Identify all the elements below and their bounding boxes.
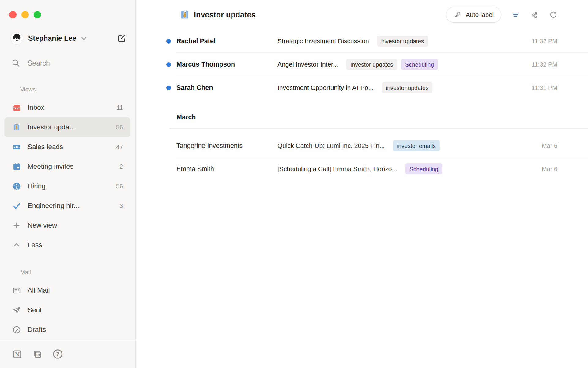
email-time: 11:31 PM <box>526 84 557 91</box>
check-icon <box>12 201 21 210</box>
email-row[interactable]: Marcus Thompson Angel Investor Inter... … <box>136 53 588 76</box>
page-title: Investor updates <box>194 10 256 19</box>
sidebar-item-label: Sent <box>28 306 42 314</box>
sidebar-item-count: 56 <box>116 124 123 131</box>
label-tag[interactable]: investor updates <box>382 82 432 93</box>
views-list: Inbox 11 Investor upda... 56 Sales leads… <box>0 98 135 255</box>
email-sender: Tangerine Investments <box>176 142 277 150</box>
email-row[interactable]: Emma Smith [Scheduling a Call] Emma Smit… <box>136 157 588 181</box>
sidebar-item-label: Hiring <box>28 182 46 190</box>
plus-icon <box>12 221 21 230</box>
mail-section-label: Mail <box>20 269 135 276</box>
sent-icon <box>12 306 21 314</box>
sidebar-item-engineering-hir[interactable]: Engineering hir... 3 <box>4 196 130 216</box>
sidebar-item-label: Less <box>28 241 42 249</box>
necktie-emoji-icon <box>12 123 21 132</box>
unread-dot-icon <box>166 62 171 67</box>
email-time: Mar 6 <box>536 166 557 173</box>
chevron-up-icon <box>12 241 21 249</box>
auto-label-button[interactable]: Auto label <box>446 7 501 23</box>
label-tag[interactable]: Scheduling <box>405 163 442 174</box>
email-time: Mar 6 <box>536 142 557 149</box>
email-sender: Emma Smith <box>176 165 277 173</box>
chevron-down-icon <box>80 34 88 42</box>
inbox-icon <box>12 103 21 112</box>
email-sender: Rachel Patel <box>176 37 277 45</box>
search-input[interactable]: Search <box>12 58 126 68</box>
calendar-icon <box>12 162 21 171</box>
sidebar-item-count: 56 <box>116 182 123 190</box>
help-icon[interactable]: ? <box>53 349 63 359</box>
all-mail-icon <box>12 286 21 295</box>
sidebar-item-less[interactable]: Less <box>4 235 130 255</box>
view-header: Investor updates Auto label <box>136 0 588 29</box>
notion-icon[interactable]: N <box>12 349 22 359</box>
email-subject: [Scheduling a Call] Emma Smith, Horizo..… <box>277 165 397 173</box>
unread-dot-icon <box>166 39 171 44</box>
mail-list: All Mail Sent Drafts <box>0 281 135 339</box>
minimize-window-button[interactable] <box>21 11 29 18</box>
views-section-label: Views <box>20 86 135 93</box>
sidebar-item-count: 2 <box>119 163 123 170</box>
email-row[interactable]: Sarah Chen Investment Opportunity in AI-… <box>136 76 588 99</box>
email-tags: investor emails <box>393 140 440 151</box>
avatar <box>10 32 23 45</box>
email-sender: Marcus Thompson <box>176 61 277 68</box>
calendar-14-icon[interactable]: 14 <box>32 349 42 359</box>
email-time: 11:32 PM <box>526 38 557 45</box>
email-row[interactable]: Tangerine Investments Quick Catch-Up: Lu… <box>136 134 588 157</box>
sidebar-item-count: 47 <box>116 143 123 151</box>
accessibility-icon <box>12 182 21 190</box>
sidebar-item-label: Drafts <box>28 326 46 334</box>
email-subject: Investment Opportunity in AI-Po... <box>277 84 374 91</box>
filter-icon[interactable] <box>512 11 520 19</box>
sidebar-item-label: Inbox <box>28 104 44 112</box>
sidebar-item-investor-upda[interactable]: Investor upda... 56 <box>4 117 130 137</box>
sliders-icon[interactable] <box>530 11 539 19</box>
window-controls <box>9 11 41 18</box>
sidebar-item-inbox[interactable]: Inbox 11 <box>4 98 130 117</box>
sidebar-item-label: Engineering hir... <box>28 202 79 210</box>
email-subject: Angel Investor Inter... <box>277 61 338 68</box>
profile-name: Stephanie Lee <box>28 34 76 43</box>
money-icon <box>12 143 21 151</box>
email-tags: investor updates <box>377 36 428 47</box>
account-switcher[interactable]: Stephanie Lee <box>10 32 126 45</box>
sidebar-item-meeting-invites[interactable]: Meeting invites 2 <box>4 157 130 176</box>
svg-text:?: ? <box>56 351 59 357</box>
email-sender: Sarah Chen <box>176 84 277 92</box>
sidebar-item-label: All Mail <box>28 286 50 294</box>
email-time: 11:32 PM <box>526 61 557 68</box>
sidebar: Stephanie Lee Search Views Inbox 11 Inve… <box>0 0 136 368</box>
sidebar-item-new-view[interactable]: New view <box>4 216 130 235</box>
unread-dot-icon <box>166 86 171 90</box>
svg-text:N: N <box>15 351 20 357</box>
label-tag[interactable]: investor updates <box>377 36 428 47</box>
refresh-icon[interactable] <box>549 11 557 19</box>
header-controls: Auto label <box>446 7 557 23</box>
group-body: Rachel Patel Strategic Investment Discus… <box>136 29 588 99</box>
zoom-window-button[interactable] <box>34 11 41 18</box>
label-tag[interactable]: investor updates <box>346 59 397 70</box>
email-subject: Strategic Investment Discussion <box>277 37 369 45</box>
sidebar-item-drafts[interactable]: Drafts <box>4 320 130 339</box>
compose-button[interactable] <box>117 34 126 43</box>
email-tags: Scheduling <box>405 163 442 174</box>
sidebar-item-count: 3 <box>119 202 123 209</box>
email-row[interactable]: Rachel Patel Strategic Investment Discus… <box>136 29 588 53</box>
sidebar-item-label: Sales leads <box>28 143 63 151</box>
label-tag[interactable]: investor emails <box>393 140 440 151</box>
sidebar-item-label: Meeting invites <box>28 163 74 171</box>
sidebar-item-all-mail[interactable]: All Mail <box>4 281 130 300</box>
sidebar-item-sales-leads[interactable]: Sales leads 47 <box>4 137 130 157</box>
close-window-button[interactable] <box>9 11 17 18</box>
label-tag[interactable]: Scheduling <box>401 59 438 70</box>
email-tags: investor updatesScheduling <box>346 59 438 70</box>
wand-icon <box>454 11 462 19</box>
drafts-icon <box>12 325 21 334</box>
sidebar-footer: N 14 ? <box>0 340 135 368</box>
email-tags: investor updates <box>382 82 432 93</box>
sidebar-item-hiring[interactable]: Hiring 56 <box>4 176 130 196</box>
sidebar-item-sent[interactable]: Sent <box>4 300 130 320</box>
group-body: Tangerine Investments Quick Catch-Up: Lu… <box>136 129 588 181</box>
